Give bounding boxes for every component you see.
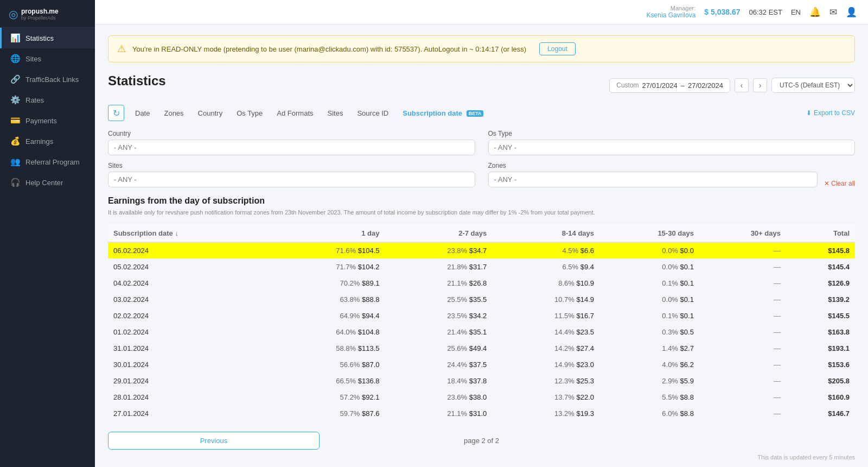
- cell-date: 01.02.2024: [108, 324, 269, 340]
- tab-country[interactable]: Country: [192, 106, 229, 121]
- sidebar-item-payments[interactable]: 💳Payments: [0, 110, 95, 131]
- table-row: 03.02.2024 63.8% $88.8 25.5% $35.5 10.7%…: [108, 291, 855, 307]
- cell-15-30days: 0.1% $0.1: [599, 307, 699, 324]
- date-range-input[interactable]: Custom 27/01/2024 – 27/02/2024: [609, 78, 730, 93]
- cell-2-7days: 23.8% $34.7: [385, 242, 492, 259]
- cell-total: $205.8: [786, 373, 855, 389]
- sidebar-item-referral[interactable]: 👥Referral Program: [0, 152, 95, 172]
- sidebar-item-rates[interactable]: ⚙️Rates: [0, 90, 95, 110]
- pagination: Previous page 2 of 2: [108, 432, 855, 450]
- cell-date: 27.01.2024: [108, 405, 269, 421]
- page-info: page 2 of 2: [464, 437, 499, 445]
- date-prev-button[interactable]: ‹: [735, 78, 749, 92]
- col-2-7days: 2-7 days: [385, 225, 492, 242]
- alert-banner: ⚠ You're in READ-ONLY mode (pretending t…: [108, 35, 855, 62]
- time-display: 06:32 EST: [749, 8, 782, 16]
- cell-2-7days: 23.5% $34.2: [385, 307, 492, 324]
- cell-15-30days: 1.4% $2.7: [599, 340, 699, 356]
- cell-1day: 71.6% $104.5: [269, 242, 385, 259]
- cell-8-14days: 13.2% $19.3: [492, 405, 599, 421]
- clear-all-button[interactable]: ✕ Clear all: [824, 180, 855, 187]
- zones-filter-input[interactable]: [488, 172, 818, 187]
- ostype-filter-input[interactable]: [488, 140, 856, 155]
- table-header: Subscription date ↓ 1 day 2-7 days 8-14 …: [108, 225, 855, 242]
- cell-8-14days: 10.7% $14.9: [492, 291, 599, 307]
- tab-ostype[interactable]: Os Type: [230, 106, 269, 121]
- tab-sites[interactable]: Sites: [321, 106, 350, 121]
- tab-date[interactable]: Date: [129, 106, 156, 121]
- date-to: 27/02/2024: [688, 81, 723, 90]
- cell-total: $193.1: [786, 340, 855, 356]
- cell-8-14days: 11.5% $16.7: [492, 307, 599, 324]
- footer-note: This data is updated every 5 minutes: [108, 450, 855, 463]
- cell-15-30days: 0.1% $0.1: [599, 275, 699, 291]
- cell-1day: 57.2% $92.1: [269, 389, 385, 405]
- sidebar-label-trafficback: TrafficBack Links: [25, 75, 79, 84]
- cell-2-7days: 23.6% $38.0: [385, 389, 492, 405]
- cell-total: $145.4: [786, 258, 855, 275]
- sidebar-label-payments: Payments: [25, 117, 57, 125]
- cell-date: 29.01.2024: [108, 373, 269, 389]
- cell-date: 02.02.2024: [108, 307, 269, 324]
- timezone-selector[interactable]: UTC-5 (Default EST): [771, 78, 855, 93]
- cell-30plus: —: [699, 242, 786, 259]
- sidebar-icon-sites: 🌐: [10, 54, 20, 64]
- sidebar-item-help[interactable]: 🎧Help Center: [0, 172, 95, 193]
- cell-date: 30.01.2024: [108, 356, 269, 373]
- cell-1day: 56.6% $87.0: [269, 356, 385, 373]
- cell-15-30days: 6.0% $8.8: [599, 405, 699, 421]
- table-row: 06.02.2024 71.6% $104.5 23.8% $34.7 4.5%…: [108, 242, 855, 259]
- language-selector[interactable]: EN: [791, 8, 801, 16]
- sidebar-item-earnings[interactable]: 💰Earnings: [0, 131, 95, 152]
- tab-zones[interactable]: Zones: [157, 106, 190, 121]
- table-row: 27.01.2024 59.7% $87.6 21.1% $31.0 13.2%…: [108, 405, 855, 421]
- manager-name: Ksenia Gavrilova: [647, 11, 696, 19]
- tab-subscription-date[interactable]: Subscription date BETA: [396, 106, 490, 121]
- cell-8-14days: 6.5% $9.4: [492, 258, 599, 275]
- cell-30plus: —: [699, 340, 786, 356]
- sidebar-nav: 📊Statistics🌐Sites🔗TrafficBack Links⚙️Rat…: [0, 28, 95, 193]
- refresh-button[interactable]: ↻: [108, 105, 124, 121]
- main-content: ⚠ You're in READ-ONLY mode (pretending t…: [95, 24, 868, 467]
- cell-2-7days: 21.1% $31.0: [385, 405, 492, 421]
- cell-total: $145.8: [786, 242, 855, 259]
- sidebar-item-trafficback[interactable]: 🔗TrafficBack Links: [0, 69, 95, 90]
- previous-button[interactable]: Previous: [108, 432, 320, 450]
- country-filter-label: Country: [108, 130, 475, 137]
- cell-1day: 71.7% $104.2: [269, 258, 385, 275]
- cell-1day: 64.9% $94.4: [269, 307, 385, 324]
- date-next-button[interactable]: ›: [753, 78, 767, 92]
- date-mode-label: Custom: [616, 81, 639, 89]
- clear-all-label: Clear all: [831, 180, 855, 187]
- date-range-controls: Custom 27/01/2024 – 27/02/2024 ‹ › UTC-5…: [609, 78, 855, 93]
- cell-15-30days: 0.0% $0.0: [599, 242, 699, 259]
- cell-2-7days: 24.4% $37.5: [385, 356, 492, 373]
- cell-15-30days: 0.0% $0.1: [599, 291, 699, 307]
- cell-total: $160.9: [786, 389, 855, 405]
- notifications-icon[interactable]: 🔔: [809, 7, 821, 18]
- profile-icon[interactable]: 👤: [846, 7, 857, 18]
- logo-subtext: by PropellerAds: [21, 15, 59, 21]
- section-title: Earnings from the day of subscription: [108, 196, 855, 206]
- col-total: Total: [786, 225, 855, 242]
- cell-total: $163.8: [786, 324, 855, 340]
- cell-30plus: —: [699, 356, 786, 373]
- cell-date: 06.02.2024: [108, 242, 269, 259]
- sidebar-item-sites[interactable]: 🌐Sites: [0, 48, 95, 69]
- export-csv-button[interactable]: ⬇ Export to CSV: [806, 109, 855, 117]
- sidebar-item-statistics[interactable]: 📊Statistics: [0, 28, 95, 48]
- tab-sourceid[interactable]: Source ID: [350, 106, 395, 121]
- tab-adformats[interactable]: Ad Formats: [270, 106, 320, 121]
- sites-filter-input[interactable]: [108, 172, 475, 187]
- cell-2-7days: 21.1% $26.8: [385, 275, 492, 291]
- country-filter-input[interactable]: [108, 140, 475, 155]
- cell-2-7days: 21.8% $31.7: [385, 258, 492, 275]
- cell-1day: 59.7% $87.6: [269, 405, 385, 421]
- cell-30plus: —: [699, 307, 786, 324]
- zones-filter: Zones: [488, 162, 818, 187]
- logout-button[interactable]: Logout: [539, 42, 576, 55]
- cell-30plus: —: [699, 389, 786, 405]
- balance-display: $ 5,038.67: [704, 8, 740, 16]
- messages-icon[interactable]: ✉: [829, 7, 837, 18]
- cell-2-7days: 25.5% $35.5: [385, 291, 492, 307]
